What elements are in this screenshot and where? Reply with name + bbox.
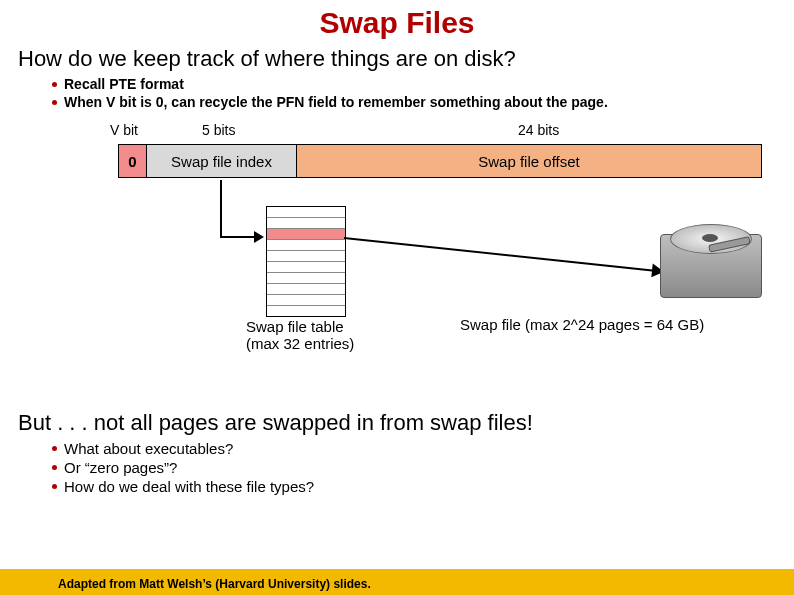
label-24-bits: 24 bits [518,122,559,138]
swap-file-caption: Swap file (max 2^24 pages = 64 GB) [460,316,704,333]
pte-index-cell: Swap file index [147,145,297,177]
label-v-bit: V bit [110,122,138,138]
arrow-index-to-table [220,180,260,250]
bullet: How do we deal with these file types? [52,478,794,495]
bullet: Or “zero pages”? [52,459,794,476]
bullets-2: What about executables? Or “zero pages”?… [52,440,794,495]
swap-file-table-caption: Swap file table (max 32 entries) [246,318,354,352]
bullets-1: Recall PTE format When V bit is 0, can r… [52,76,794,110]
pte-diagram: V bit 5 bits 24 bits 0 Swap file index S… [0,116,794,386]
bullet: When V bit is 0, can recycle the PFN fie… [52,94,794,110]
bullet: Recall PTE format [52,76,794,92]
footer-attribution: Adapted from Matt Welsh’s (Harvard Unive… [58,577,371,591]
swap-file-table-selected-row [267,229,345,240]
swap-file-table [266,206,346,317]
pte-row: 0 Swap file index Swap file offset [118,144,762,178]
pte-v-bit-cell: 0 [119,145,147,177]
question-2: But . . . not all pages are swapped in f… [18,410,794,436]
question-1: How do we keep track of where things are… [18,46,794,72]
bullet: What about executables? [52,440,794,457]
pte-offset-cell: Swap file offset [297,145,761,177]
hard-disk-icon [660,226,762,304]
slide-title: Swap Files [0,6,794,40]
label-5-bits: 5 bits [202,122,235,138]
